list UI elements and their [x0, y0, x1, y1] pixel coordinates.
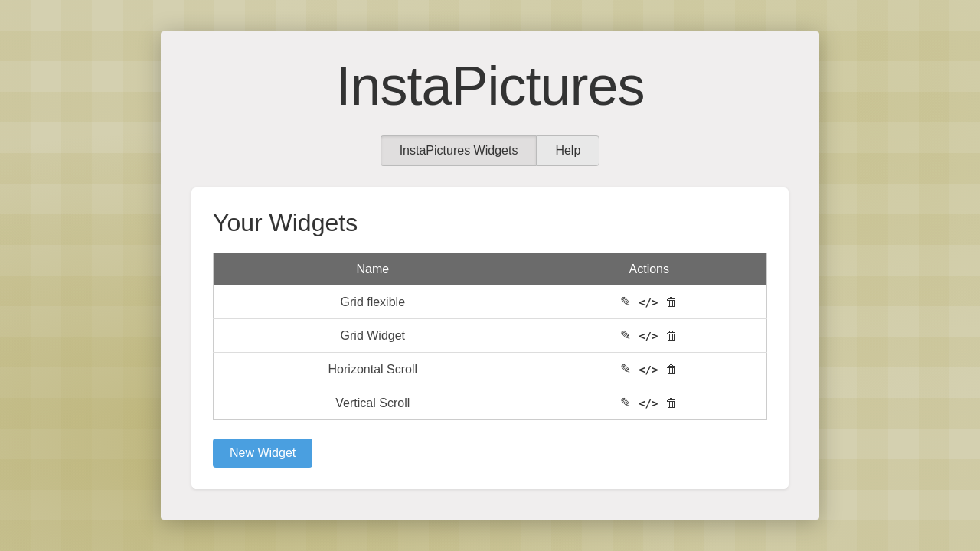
edit-icon[interactable]: ✎ [620, 328, 631, 344]
new-widget-button[interactable]: New Widget [213, 439, 312, 468]
col-header-actions: Actions [532, 253, 767, 286]
widgets-section-title: Your Widgets [213, 209, 767, 237]
widget-name-cell: Grid flexible [214, 285, 532, 319]
delete-icon[interactable]: 🗑 [665, 329, 678, 343]
table-row: Grid Widget✎</>🗑 [214, 319, 767, 353]
nav-bar: InstaPictures Widgets Help [191, 135, 789, 166]
col-header-name: Name [214, 253, 532, 286]
app-window: InstaPictures InstaPictures Widgets Help… [161, 31, 819, 520]
edit-icon[interactable]: ✎ [620, 294, 631, 310]
edit-icon[interactable]: ✎ [620, 361, 631, 377]
widget-actions-cell: ✎</>🗑 [532, 285, 767, 319]
table-row: Grid flexible✎</>🗑 [214, 285, 767, 319]
widget-name-cell: Vertical Scroll [214, 386, 532, 420]
nav-widgets-button[interactable]: InstaPictures Widgets [381, 135, 537, 166]
app-title: InstaPictures [191, 54, 789, 117]
code-icon[interactable]: </> [639, 330, 658, 342]
widget-name-cell: Horizontal Scroll [214, 353, 532, 386]
widget-name-cell: Grid Widget [214, 319, 532, 353]
code-icon[interactable]: </> [639, 296, 658, 308]
code-icon[interactable]: </> [639, 397, 658, 409]
edit-icon[interactable]: ✎ [620, 395, 631, 411]
widget-actions-cell: ✎</>🗑 [532, 353, 767, 386]
nav-help-button[interactable]: Help [536, 135, 599, 166]
widgets-card: Your Widgets Name Actions Grid flexible✎… [191, 187, 789, 489]
table-row: Vertical Scroll✎</>🗑 [214, 386, 767, 420]
table-row: Horizontal Scroll✎</>🗑 [214, 353, 767, 386]
delete-icon[interactable]: 🗑 [665, 363, 678, 377]
delete-icon[interactable]: 🗑 [665, 295, 678, 309]
widget-actions-cell: ✎</>🗑 [532, 386, 767, 420]
widget-actions-cell: ✎</>🗑 [532, 319, 767, 353]
code-icon[interactable]: </> [639, 364, 658, 376]
widgets-table: Name Actions Grid flexible✎</>🗑Grid Widg… [213, 253, 767, 420]
delete-icon[interactable]: 🗑 [665, 396, 678, 410]
